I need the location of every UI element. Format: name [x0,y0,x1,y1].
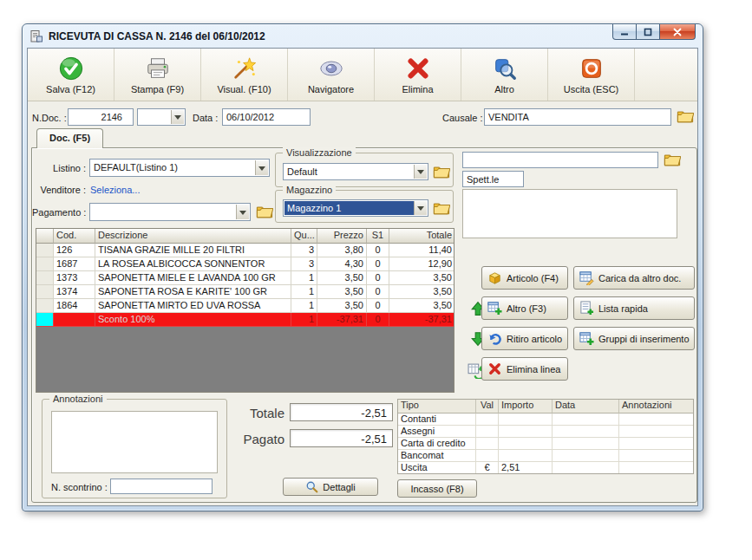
ndoc-field[interactable]: 2146 [68,108,134,126]
pagamento-folder-button[interactable] [256,205,273,218]
cell-prezzo: 3,50 [317,271,367,285]
payment-row[interactable]: Uscita € 2,51 [398,462,693,474]
delete-x-icon [405,55,431,81]
payment-row[interactable]: Carta di credito [398,438,693,450]
annotazioni-group: Annotazioni N. scontrino : [42,399,227,498]
visualizzazione-group-label: Visualizzazione [283,147,356,158]
folder-icon [664,153,681,166]
titlebar[interactable]: RICEVUTA DI CASSA N. 2146 del 06/10/2012 [23,24,703,48]
magazzino-combo[interactable]: Magazzino 1 [283,199,428,217]
cell-importo [499,426,553,438]
minimize-button[interactable] [612,24,637,40]
save-button[interactable]: Salva (F12) [28,49,114,101]
visualizzazione-folder-button[interactable] [433,165,450,179]
print-button[interactable]: Stampa (F9) [114,49,201,101]
annotazioni-textarea[interactable] [51,411,218,473]
col-s1: S1 [367,229,389,244]
close-icon [673,28,682,36]
window-controls [613,24,696,40]
altro-label: Altro [494,84,514,94]
magazzino-group: Magazzino Magazzino 1 [275,190,454,223]
cell-quantita: 3 [291,244,317,257]
cell-importo [499,438,553,450]
row-selector [36,271,54,285]
table-row[interactable]: 126 TISANA GRAZIE MILLE 20 FILTRI 3 3,80… [36,244,454,257]
row-selector [36,244,54,257]
dettagli-label: Dettagli [323,482,355,492]
carica-da-altro-doc-button[interactable]: Carica da altro doc. [573,266,695,290]
gruppi-label: Gruppi di inserimento [598,334,690,344]
totale-label: Totale [227,406,284,420]
visual-label: Visual. (F10) [217,84,271,94]
scontrino-field[interactable] [110,479,213,494]
cell-totale: 3,50 [389,285,454,299]
altro-f3-button[interactable]: Altro (F3) [481,296,568,320]
app-window: RICEVUTA DI CASSA N. 2146 del 06/10/2012 [22,23,703,511]
cell-quantita: 1 [291,285,317,299]
ritiro-articolo-button[interactable]: Ritiro articolo [481,327,568,350]
serie-combo[interactable] [137,108,186,126]
altro-button[interactable]: Altro [461,49,548,101]
cliente-address-box[interactable] [462,189,677,238]
folder-icon [433,201,450,215]
cell-cod: 1864 [54,299,95,313]
visual-button[interactable]: Visual. (F10) [201,49,288,101]
cell-tipo: Contanti [398,413,476,426]
cell-val: € [476,462,499,474]
data-field[interactable]: 06/10/2012 [222,108,311,126]
gruppi-inserimento-button[interactable]: Gruppi di inserimento [573,327,695,350]
table-row[interactable]: 1373 SAPONETTA MIELE E LAVANDA 100 GR 1 … [36,271,454,285]
chevron-down-icon [414,165,427,179]
cliente-folder-button[interactable] [664,153,681,166]
items-grid: Cod. Descrizione Qu... Prezzo S1 Totale … [36,228,454,393]
chevron-down-icon [255,160,268,175]
causale-field[interactable]: VENDITA [484,108,671,126]
delete-label: Elimina [402,84,433,94]
navigator-button[interactable]: Navigatore [288,49,375,101]
elimina-linea-label: Elimina linea [507,364,560,374]
magnifier-icon [305,480,318,493]
elimina-linea-button[interactable]: Elimina linea [481,357,568,381]
col-importo: Importo [499,400,553,413]
delete-button[interactable]: Elimina [375,49,461,101]
tab-doc[interactable]: Doc. (F5) [36,128,103,148]
cell-importo [499,413,553,426]
cell-prezzo: 3,50 [317,285,367,299]
cell-descrizione: TISANA GRAZIE MILLE 20 FILTRI [95,244,291,257]
cell-prezzo: -37,31 [317,313,367,327]
col-val: Val [476,400,499,413]
pagamento-combo[interactable] [89,203,251,221]
maximize-icon [644,28,652,36]
payment-row[interactable]: Bancomat [398,450,693,462]
table-row[interactable]: 1687 LA ROSEA ALBICOCCA SONNENTOR 3 4,30… [36,257,454,271]
table-row[interactable]: 1374 SAPONETTA ROSA E KARITE' 100 GR 1 3… [36,285,454,299]
cell-data [553,413,619,426]
payment-row[interactable]: Contanti [398,413,693,426]
cliente-search-field[interactable] [462,152,658,168]
listino-combo[interactable]: DEFAULT(Listino 1) [89,159,270,177]
visualizzazione-combo[interactable]: Default [283,163,428,180]
row-selector-active [36,313,54,327]
payment-row[interactable]: Assegni [398,426,693,438]
magazzino-folder-button[interactable] [433,201,450,215]
listino-value: DEFAULT(Listino 1) [91,160,255,175]
articolo-button[interactable]: Articolo (F4) [481,266,568,290]
close-button[interactable] [659,24,696,40]
dettagli-button[interactable]: Dettagli [283,478,378,496]
exit-button[interactable]: Uscita (ESC) [548,49,635,101]
cell-quantita: 1 [291,271,317,285]
folder-icon [433,165,450,179]
cell-totale: 3,50 [389,299,454,313]
table-row-discount-selected[interactable]: Sconto 100% 1 -37,31 0 -37,31 [36,313,454,327]
causale-folder-button[interactable] [677,109,694,123]
spettle-field[interactable]: Spett.le [462,171,524,187]
pagamento-value [91,205,236,219]
lista-rapida-button[interactable]: Lista rapida [573,296,695,320]
venditore-select-link[interactable]: Seleziona... [90,185,140,195]
incasso-button[interactable]: Incasso (F8) [397,479,477,498]
maximize-button[interactable] [636,24,660,40]
list-plus-icon [579,301,594,316]
table-row[interactable]: 1864 SAPONETTA MIRTO ED UVA ROSSA 1 3,50… [36,299,454,313]
magic-wand-icon [232,55,258,81]
row-selector [36,299,54,313]
